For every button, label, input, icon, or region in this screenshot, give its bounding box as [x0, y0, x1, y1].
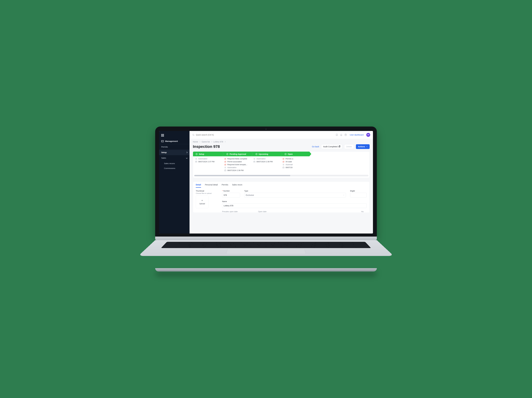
stage-label: Open — [288, 153, 293, 155]
sidebar: Management Permits Setup Sales — [159, 131, 190, 233]
screen-bezel: Management Permits Setup Sales — [155, 127, 377, 237]
laptop-mockup: Management Permits Setup Sales — [155, 127, 377, 271]
search-input[interactable] — [196, 134, 226, 136]
horizontal-scrollbar[interactable] — [194, 175, 368, 176]
tab-sales-recon[interactable]: Sales recon — [232, 184, 242, 188]
field-name: Name — [222, 200, 367, 208]
type-selected-value: Exclusive — [246, 194, 254, 196]
delete-button: Delete — [344, 144, 354, 149]
tab-personal-detail[interactable]: Personal detail — [205, 184, 218, 188]
stage-label: Setup — [199, 153, 204, 155]
workflow-stages: Setup Pending Approval — [193, 152, 369, 156]
svg-point-18 — [254, 159, 255, 159]
stage-setup[interactable]: Setup — [193, 152, 222, 156]
svg-line-1 — [194, 135, 194, 136]
chevron-down-icon — [366, 146, 367, 147]
stage-body-pending: Required fields complete Permit associat… — [222, 156, 251, 174]
block-icon — [283, 161, 285, 163]
block-icon — [224, 161, 226, 163]
sidebar-section-label: Management — [165, 140, 178, 142]
tab-permits[interactable]: Permits — [222, 184, 228, 188]
apps-grid-icon[interactable] — [161, 134, 164, 137]
stage-open[interactable]: Open — [280, 152, 309, 156]
play-circle-icon — [196, 153, 198, 155]
number-label: Number — [223, 190, 230, 192]
thumbnail-label: Thumbnail — [196, 190, 216, 192]
svg-point-3 — [346, 135, 346, 135]
svg-point-8 — [196, 159, 196, 159]
bookmark-icon[interactable] — [336, 134, 338, 136]
stage-line-text: 08/07/20 — [285, 167, 293, 168]
breadcrumb-game-list[interactable]: Game list — [202, 141, 210, 143]
breadcrumb: Home Game list Lottery 978 — [193, 139, 370, 144]
bell-icon[interactable] — [340, 134, 342, 136]
name-input[interactable] — [222, 203, 367, 208]
workflow-card: Setup Pending Approval — [193, 151, 370, 178]
sidebar-subitem-sales-recons[interactable]: Sales recons — [160, 161, 190, 166]
user-dashboard-link[interactable]: User dashboard — [349, 134, 364, 136]
svg-line-23 — [283, 161, 284, 162]
stage-line-text: Automati — [285, 164, 293, 166]
help-icon[interactable] — [344, 134, 347, 136]
sidebar-item-label: Setup — [161, 151, 167, 154]
sidebar-top — [159, 131, 190, 138]
upload-label: Upload — [199, 203, 205, 205]
breadcrumb-home[interactable]: Home — [193, 141, 198, 143]
block-icon — [224, 164, 226, 166]
stage-line-text: Permits a — [285, 158, 293, 160]
svg-point-7 — [285, 153, 286, 155]
id-card-icon — [161, 140, 164, 142]
type-select[interactable]: Exclusive — [244, 193, 346, 198]
sidebar-item-setup[interactable]: Setup — [159, 150, 190, 155]
topbar: User dashboard TP — [190, 131, 373, 139]
go-back-link[interactable]: Go back — [312, 146, 319, 148]
search-wrap[interactable] — [192, 134, 226, 136]
form-area: Thumbnail Choose files to upload + Uploa… — [193, 188, 369, 208]
workflow-stage-bodies: Automation 08/07/2024 2:37 PM Required f… — [193, 156, 369, 174]
sidebar-item-permits[interactable]: Permits — [159, 144, 190, 150]
page-header: Inspection 978 Go back Audit Completed D… — [193, 144, 370, 151]
svg-line-21 — [283, 158, 284, 159]
tab-detail[interactable]: Detail — [196, 184, 201, 188]
required-asterisk: * — [222, 190, 223, 192]
app-root: Management Permits Setup Sales — [159, 131, 373, 233]
search-icon — [192, 134, 195, 136]
stage-pending-approval[interactable]: Pending Approval — [222, 152, 251, 156]
sidebar-subitem-commissions[interactable]: Commissions — [160, 166, 190, 171]
eligible-label: Eligibl — [350, 190, 355, 192]
block-icon — [224, 158, 226, 160]
avatar[interactable]: TP — [366, 133, 370, 137]
breadcrumb-lottery[interactable]: Lottery 978 — [213, 141, 223, 143]
sidebar-item-sales[interactable]: Sales — [159, 155, 190, 161]
field-number: *Number — [222, 190, 240, 198]
eligible-input[interactable] — [350, 193, 367, 198]
type-label: Type — [244, 190, 248, 192]
calendar-icon — [224, 169, 226, 171]
scroll-thumb[interactable] — [194, 175, 290, 176]
open-date-label: Open date — [258, 211, 356, 212]
stage-line-text: Automation — [227, 167, 236, 168]
audit-completed-button[interactable]: Audit Completed — [321, 144, 342, 149]
chevron-down-icon — [186, 157, 187, 159]
upload-box[interactable]: + Upload — [196, 196, 209, 208]
laptop-deck — [138, 240, 394, 256]
page-title: Inspection 978 — [193, 144, 220, 149]
stage-upcoming[interactable]: Upcoming — [251, 152, 280, 156]
camera-dot — [265, 128, 267, 130]
block-icon — [283, 158, 285, 160]
fields-grid: *Number Type Exclusive — [222, 190, 367, 208]
stage-line-text: 08/07/2024 2:37 PM — [198, 160, 215, 163]
sidebar-subitems-sales: Sales recons Commissions — [159, 161, 190, 171]
gear-icon — [195, 158, 197, 160]
lower-field-labels: Presales open date Open date Ha — [193, 208, 369, 212]
number-input[interactable] — [222, 193, 240, 198]
trackpad — [226, 249, 306, 254]
sidebar-item-label: Sales — [161, 157, 166, 159]
actions-button[interactable]: Actions — [356, 144, 370, 149]
name-label: Name — [222, 200, 227, 202]
svg-line-15 — [225, 164, 226, 165]
svg-rect-9 — [196, 161, 197, 162]
laptop-foot — [155, 268, 377, 271]
sidebar-section-title: Management — [159, 138, 190, 144]
gear-icon — [253, 158, 255, 160]
